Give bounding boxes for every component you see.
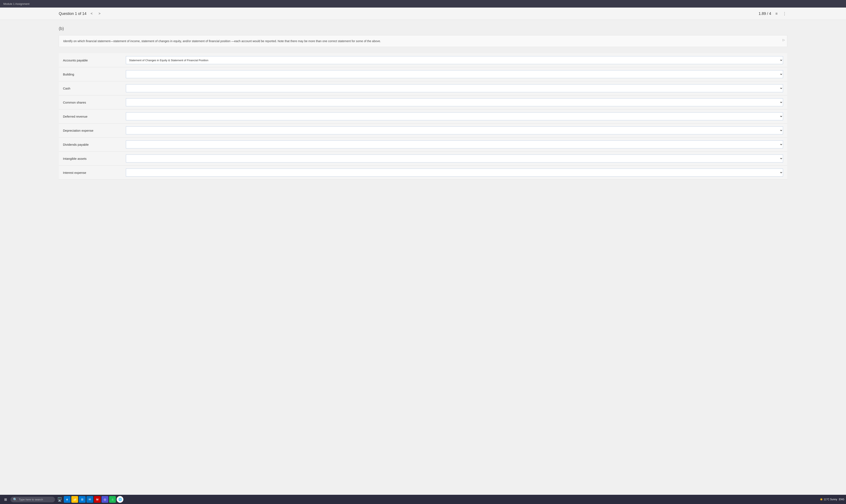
taskbar: ⊞ 🔍 🖥️ e 📁 ⊞ ✉ M ◎ ♫ 🌐 (0, 495, 846, 504)
account-name-intangible-assets: Intangible assets (63, 157, 122, 160)
question-score: 1.89 / 4 ≡ ⋮ (759, 11, 787, 17)
select-wrapper-depreciation-expense: Statement of Income Statement of Changes… (126, 126, 783, 134)
select-wrapper-intangible-assets: Statement of Income Statement of Changes… (126, 155, 783, 162)
windows-button[interactable]: ⊞ (2, 496, 9, 503)
select-wrapper-interest-expense: Statement of Income Statement of Changes… (126, 168, 783, 177)
taskbar-cortana-icon[interactable]: ◎ (102, 496, 108, 503)
select-wrapper-accounts-payable: Statement of Changes in Equity & Stateme… (126, 56, 783, 64)
account-name-deferred-revenue: Deferred revenue (63, 115, 122, 118)
taskbar-right: ☀️ 11°C Sunny ENG (820, 498, 844, 501)
select-wrapper-deferred-revenue: Statement of Income Statement of Changes… (126, 112, 783, 120)
section-label: (b) (59, 26, 787, 31)
taskbar-apps: 🖥️ e 📁 ⊞ ✉ M ◎ ♫ 🌐 (56, 496, 123, 503)
search-input[interactable] (19, 498, 52, 501)
account-name-common-shares: Common shares (63, 101, 122, 104)
select-wrapper-cash: Statement of Income Statement of Changes… (126, 84, 783, 92)
question-label: Question 1 of 14 (59, 12, 86, 16)
table-row: Intangible assets Statement of Income St… (59, 151, 787, 166)
instruction-text: Identify on which financial statement—st… (63, 39, 381, 43)
table-row: Building Statement of Income Statement o… (59, 67, 787, 82)
select-wrapper-building: Statement of Income Statement of Changes… (126, 70, 783, 78)
more-icon-button[interactable]: ⋮ (782, 11, 787, 17)
prev-button[interactable]: < (89, 11, 94, 16)
select-wrapper-common-shares: Statement of Income Statement of Changes… (126, 98, 783, 106)
search-icon: 🔍 (13, 498, 17, 502)
question-nav: Question 1 of 14 < > (59, 11, 102, 16)
windows-icon: ⊞ (4, 498, 7, 502)
account-name-depreciation-expense: Depreciation expense (63, 129, 122, 132)
table-row: Depreciation expense Statement of Income… (59, 124, 787, 138)
select-common-shares[interactable]: Statement of Income Statement of Changes… (126, 98, 783, 106)
instruction-box: Identify on which financial statement—st… (59, 35, 787, 47)
list-icon-button[interactable]: ≡ (774, 11, 778, 17)
taskbar-spotify-icon[interactable]: ♫ (109, 496, 116, 503)
select-deferred-revenue[interactable]: Statement of Income Statement of Changes… (126, 112, 783, 120)
taskbar-ma-icon[interactable]: M (94, 496, 101, 503)
select-accounts-payable[interactable]: Statement of Changes in Equity & Stateme… (126, 56, 783, 64)
taskbar-edge-icon[interactable]: e (64, 496, 70, 503)
weather-icon: ☀️ (820, 498, 823, 501)
table-row: Common shares Statement of Income Statem… (59, 95, 787, 109)
language-indicator: ENG (839, 498, 844, 501)
top-bar-title: Module 1 Assignment (3, 2, 29, 5)
taskbar-windows-store-icon[interactable]: ⊞ (79, 496, 86, 503)
select-intangible-assets[interactable]: Statement of Income Statement of Changes… (126, 155, 783, 162)
select-building[interactable]: Statement of Income Statement of Changes… (126, 70, 783, 78)
account-name-dividends-payable: Dividends payable (63, 143, 122, 146)
top-bar: Module 1 Assignment (0, 0, 846, 7)
question-header: Question 1 of 14 < > 1.89 / 4 ≡ ⋮ (0, 7, 846, 20)
account-name-building: Building (63, 73, 122, 76)
table-row: Dividends payable Statement of Income St… (59, 138, 787, 151)
taskbar-search[interactable]: 🔍 (11, 497, 55, 502)
select-cash[interactable]: Statement of Income Statement of Changes… (126, 84, 783, 92)
next-button[interactable]: > (97, 11, 102, 16)
table-row: Interest expense Statement of Income Sta… (59, 166, 787, 180)
select-dividends-payable[interactable]: Statement of Income Statement of Changes… (126, 141, 783, 148)
table-row: Deferred revenue Statement of Income Sta… (59, 109, 787, 124)
accounts-table: Accounts payable Statement of Changes in… (59, 53, 787, 180)
weather-info: ☀️ 11°C Sunny (820, 498, 837, 501)
main-container: Question 1 of 14 < > 1.89 / 4 ≡ ⋮ (b) Id… (0, 7, 846, 504)
content-area: (b) Identify on which financial statemen… (0, 20, 846, 504)
table-row: Accounts payable Statement of Changes in… (59, 53, 787, 67)
expand-icon: ▷ (783, 37, 785, 42)
account-name-interest-expense: Interest expense (63, 171, 122, 175)
weather-text: 11°C Sunny (824, 498, 837, 501)
score-text: 1.89 / 4 (759, 12, 771, 16)
taskbar-app-icon-1[interactable]: 🖥️ (56, 496, 63, 503)
table-row: Cash Statement of Income Statement of Ch… (59, 82, 787, 95)
account-name-accounts-payable: Accounts payable (63, 58, 122, 62)
taskbar-mail-icon[interactable]: ✉ (86, 496, 93, 503)
taskbar-folder-icon[interactable]: 📁 (71, 496, 78, 503)
account-name-cash: Cash (63, 87, 122, 90)
select-depreciation-expense[interactable]: Statement of Income Statement of Changes… (126, 126, 783, 134)
select-wrapper-dividends-payable: Statement of Income Statement of Changes… (126, 141, 783, 148)
select-interest-expense[interactable]: Statement of Income Statement of Changes… (126, 168, 783, 177)
taskbar-chrome-icon[interactable]: 🌐 (117, 496, 123, 503)
